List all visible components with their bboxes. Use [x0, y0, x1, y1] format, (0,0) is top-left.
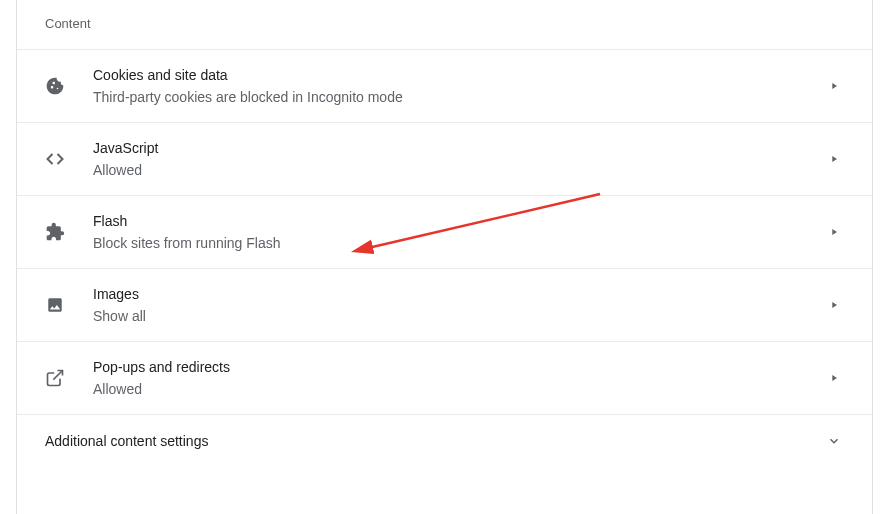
row-images-title: Images — [93, 284, 824, 304]
chevron-right-icon — [824, 300, 844, 310]
chevron-down-icon — [824, 434, 844, 448]
code-icon — [45, 149, 65, 169]
image-icon — [45, 295, 65, 315]
row-javascript[interactable]: JavaScript Allowed — [17, 122, 872, 195]
row-popups-title: Pop-ups and redirects — [93, 357, 824, 377]
row-flash[interactable]: Flash Block sites from running Flash — [17, 195, 872, 268]
row-popups-texts: Pop-ups and redirects Allowed — [93, 357, 824, 399]
row-flash-texts: Flash Block sites from running Flash — [93, 211, 824, 253]
row-javascript-texts: JavaScript Allowed — [93, 138, 824, 180]
row-popups[interactable]: Pop-ups and redirects Allowed — [17, 341, 872, 414]
row-flash-subtitle: Block sites from running Flash — [93, 233, 824, 253]
row-flash-title: Flash — [93, 211, 824, 231]
row-cookies-title: Cookies and site data — [93, 65, 824, 85]
row-images-texts: Images Show all — [93, 284, 824, 326]
chevron-right-icon — [824, 373, 844, 383]
row-images[interactable]: Images Show all — [17, 268, 872, 341]
row-javascript-subtitle: Allowed — [93, 160, 824, 180]
chevron-right-icon — [824, 154, 844, 164]
row-javascript-title: JavaScript — [93, 138, 824, 158]
content-settings-panel: Content Cookies and site data Third-part… — [16, 0, 873, 514]
row-cookies[interactable]: Cookies and site data Third-party cookie… — [17, 49, 872, 122]
additional-content-settings[interactable]: Additional content settings — [17, 414, 872, 467]
section-header-content: Content — [17, 0, 872, 49]
extension-icon — [45, 222, 65, 242]
row-cookies-texts: Cookies and site data Third-party cookie… — [93, 65, 824, 107]
cookie-icon — [45, 76, 65, 96]
chevron-right-icon — [824, 81, 844, 91]
row-popups-subtitle: Allowed — [93, 379, 824, 399]
chevron-right-icon — [824, 227, 844, 237]
row-cookies-subtitle: Third-party cookies are blocked in Incog… — [93, 87, 824, 107]
open-in-new-icon — [45, 368, 65, 388]
row-images-subtitle: Show all — [93, 306, 824, 326]
additional-content-settings-label: Additional content settings — [45, 433, 824, 449]
